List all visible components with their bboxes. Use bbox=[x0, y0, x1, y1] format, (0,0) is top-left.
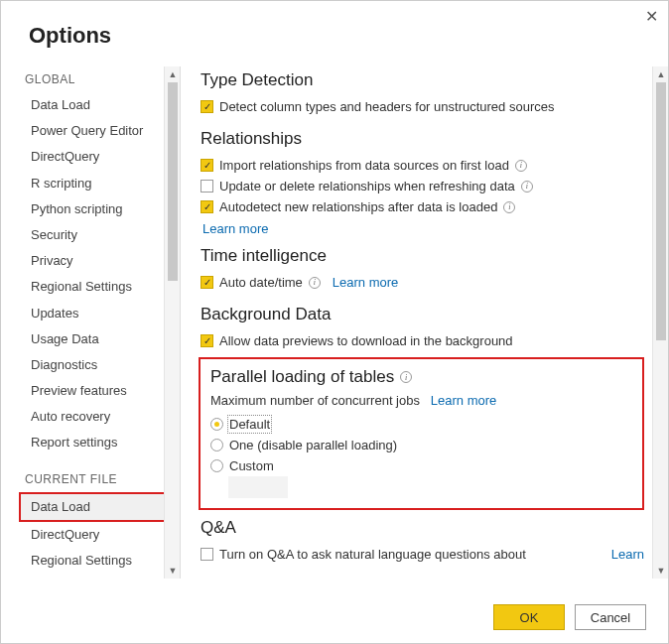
nav-global-report-settings[interactable]: Report settings bbox=[23, 430, 166, 455]
section-relationships: Relationships bbox=[201, 129, 644, 149]
nav-global-data-load[interactable]: Data Load bbox=[23, 92, 166, 118]
nav-current-data-load[interactable]: Data Load bbox=[19, 492, 166, 522]
link-parallel-learn[interactable]: Learn more bbox=[431, 393, 496, 408]
label-auto-datetime: Auto date/time bbox=[219, 275, 303, 290]
checkbox-bg-preview[interactable] bbox=[201, 334, 213, 347]
radio-default[interactable] bbox=[210, 418, 223, 431]
nav-global-power-query-editor[interactable]: Power Query Editor bbox=[23, 118, 166, 144]
label-max-jobs: Maximum number of concurrent jobs bbox=[210, 393, 420, 408]
info-icon[interactable]: i bbox=[309, 277, 321, 289]
sidebar-section-global: GLOBAL bbox=[25, 72, 164, 86]
label-bg-preview: Allow data previews to download in the b… bbox=[219, 333, 513, 348]
nav-global-preview-features[interactable]: Preview features bbox=[23, 378, 166, 404]
label-detect-types: Detect column types and headers for unst… bbox=[219, 99, 554, 114]
scroll-up-icon[interactable]: ▲ bbox=[653, 66, 668, 82]
label-qna: Turn on Q&A to ask natural language ques… bbox=[219, 547, 526, 562]
radio-custom[interactable] bbox=[210, 459, 223, 472]
label-import-rel: Import relationships from data sources o… bbox=[219, 158, 509, 173]
scroll-down-icon[interactable]: ▼ bbox=[653, 563, 668, 579]
sidebar-scrollbar[interactable]: ▲ ▼ bbox=[164, 66, 180, 579]
info-icon[interactable]: i bbox=[515, 160, 527, 172]
sidebar-section-current-file: CURRENT FILE bbox=[25, 472, 164, 486]
nav-global-diagnostics[interactable]: Diagnostics bbox=[23, 352, 166, 378]
link-relationships-learn[interactable]: Learn more bbox=[202, 221, 644, 236]
scroll-down-icon[interactable]: ▼ bbox=[165, 563, 180, 579]
dialog-footer: OK Cancel bbox=[1, 591, 668, 643]
checkbox-import-rel[interactable] bbox=[201, 159, 213, 172]
checkbox-qna[interactable] bbox=[201, 548, 213, 561]
input-custom-jobs[interactable] bbox=[228, 476, 288, 498]
dialog-title: Options bbox=[29, 23, 668, 49]
link-time-learn[interactable]: Learn more bbox=[333, 275, 398, 290]
nav-global-updates[interactable]: Updates bbox=[23, 301, 166, 326]
label-radio-one: One (disable parallel loading) bbox=[229, 438, 397, 452]
nav-global-r-scripting[interactable]: R scripting bbox=[23, 171, 166, 196]
ok-button[interactable]: OK bbox=[493, 604, 565, 630]
section-type-detection: Type Detection bbox=[201, 70, 644, 90]
checkbox-detect-types[interactable] bbox=[201, 100, 213, 113]
sidebar: GLOBAL Data Load Power Query Editor Dire… bbox=[1, 66, 180, 579]
section-time-intel: Time intelligence bbox=[201, 246, 644, 266]
close-icon[interactable]: ✕ bbox=[645, 7, 658, 26]
checkbox-autodetect-rel[interactable] bbox=[201, 200, 213, 213]
info-icon[interactable]: i bbox=[400, 371, 412, 383]
section-bg-data: Background Data bbox=[201, 305, 644, 324]
nav-global-directquery[interactable]: DirectQuery bbox=[23, 144, 166, 170]
checkbox-auto-datetime[interactable] bbox=[201, 276, 213, 289]
label-autodetect-rel: Autodetect new relationships after data … bbox=[219, 199, 497, 214]
sidebar-scroll-thumb[interactable] bbox=[168, 82, 178, 281]
label-radio-default: Default bbox=[229, 417, 270, 432]
content-panel: Type Detection Detect column types and h… bbox=[185, 66, 668, 579]
highlight-parallel-loading: Parallel loading of tables i Maximum num… bbox=[199, 357, 644, 510]
cancel-button[interactable]: Cancel bbox=[575, 604, 646, 630]
nav-current-privacy[interactable]: Privacy bbox=[23, 574, 166, 579]
content-scroll-thumb[interactable] bbox=[656, 82, 666, 340]
nav-global-privacy[interactable]: Privacy bbox=[23, 248, 166, 274]
content-scrollbar[interactable]: ▲ ▼ bbox=[652, 66, 668, 579]
nav-current-directquery[interactable]: DirectQuery bbox=[23, 522, 166, 548]
label-update-rel: Update or delete relationships when refr… bbox=[219, 179, 515, 193]
divider bbox=[180, 66, 181, 579]
radio-one[interactable] bbox=[210, 439, 223, 451]
nav-global-regional-settings[interactable]: Regional Settings bbox=[23, 274, 166, 300]
nav-global-usage-data[interactable]: Usage Data bbox=[23, 326, 166, 352]
section-parallel-title: Parallel loading of tables bbox=[210, 367, 394, 387]
scroll-up-icon[interactable]: ▲ bbox=[165, 66, 180, 82]
nav-global-security[interactable]: Security bbox=[23, 222, 166, 248]
nav-global-auto-recovery[interactable]: Auto recovery bbox=[23, 404, 166, 430]
nav-global-python-scripting[interactable]: Python scripting bbox=[23, 196, 166, 222]
section-parallel: Parallel loading of tables i bbox=[210, 367, 632, 387]
nav-current-regional-settings[interactable]: Regional Settings bbox=[23, 548, 166, 574]
label-radio-custom: Custom bbox=[229, 458, 274, 473]
info-icon[interactable]: i bbox=[521, 181, 533, 193]
link-qna-learn[interactable]: Learn bbox=[611, 547, 644, 562]
info-icon[interactable]: i bbox=[503, 201, 515, 213]
section-qna: Q&A bbox=[201, 518, 644, 538]
checkbox-update-rel[interactable] bbox=[201, 180, 213, 193]
